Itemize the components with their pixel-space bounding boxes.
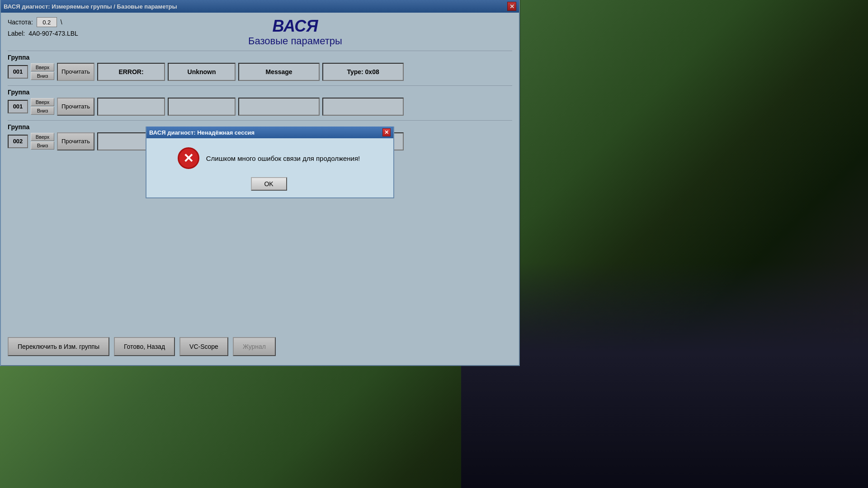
- dialog-title-bar: ВАСЯ диагност: Ненадёжная сессия ✕: [146, 127, 393, 138]
- dialog-title: ВАСЯ диагност: Ненадёжная сессия: [149, 129, 255, 136]
- dialog-body: ✕ Слишком много ошибок связи для продолж…: [146, 138, 393, 197]
- dialog-close-button[interactable]: ✕: [382, 128, 391, 136]
- dialog-overlay: ВАСЯ диагност: Ненадёжная сессия ✕ ✕ Сли…: [1, 0, 521, 366]
- error-dialog: ВАСЯ диагност: Ненадёжная сессия ✕ ✕ Сли…: [146, 127, 394, 198]
- error-icon: ✕: [178, 147, 199, 169]
- dialog-ok-button[interactable]: OK: [251, 177, 287, 191]
- main-window: ВАСЯ диагност: Измеряемые группы / Базов…: [0, 0, 520, 366]
- dialog-message-row: ✕ Слишком много ошибок связи для продолж…: [178, 147, 360, 169]
- dialog-message: Слишком много ошибок связи для продолжен…: [206, 155, 360, 162]
